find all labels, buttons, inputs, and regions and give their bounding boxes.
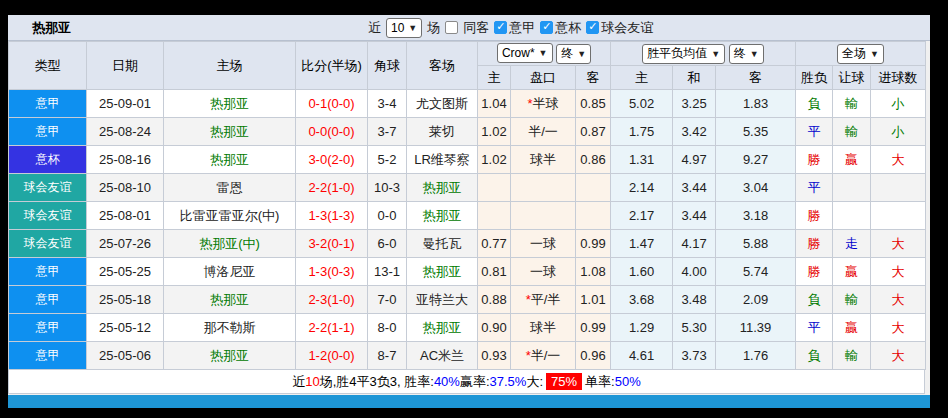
odds-draw: 4.17	[673, 230, 716, 258]
col-header-type: 类型	[9, 42, 87, 90]
league-type-badge[interactable]: 意甲	[9, 286, 87, 314]
league-type-badge[interactable]: 球会友谊	[9, 202, 87, 230]
league-type-badge[interactable]: 球会友谊	[9, 174, 87, 202]
league-type-badge[interactable]: 球会友谊	[9, 230, 87, 258]
odds-away: 3.04	[716, 174, 796, 202]
handicap-result: 輸	[833, 342, 871, 370]
away-team[interactable]: 尤文图斯	[407, 90, 478, 118]
match-score[interactable]: 3-0(2-0)	[296, 146, 368, 174]
away-team[interactable]: 热那亚	[407, 202, 478, 230]
home-team[interactable]: 比雷亚雷亚尔(中)	[164, 202, 296, 230]
col-header-eu-away: 客	[716, 66, 796, 90]
recent-count-select[interactable]: 10 ▼	[386, 18, 422, 38]
match-score[interactable]: 2-2(1-0)	[296, 174, 368, 202]
away-team[interactable]: AC米兰	[407, 342, 478, 370]
corner-score: 0-0	[368, 202, 407, 230]
col-header-eu-draw: 和	[673, 66, 716, 90]
home-team[interactable]: 那不勒斯	[164, 314, 296, 342]
goals-result: 大	[871, 230, 926, 258]
odds-home: 1.60	[611, 258, 673, 286]
league-type-badge[interactable]: 意甲	[9, 314, 87, 342]
away-team[interactable]: 热那亚	[407, 314, 478, 342]
odds-group-header: 胜平负均值▼ 终▼	[611, 42, 796, 66]
handicap-final-select[interactable]: 终▼	[556, 44, 591, 64]
handicap-result	[833, 174, 871, 202]
home-team[interactable]: 热那亚	[164, 342, 296, 370]
handicap-line: *平/半	[511, 286, 576, 314]
corner-score: 10-3	[368, 174, 407, 202]
match-date: 25-07-26	[87, 230, 164, 258]
filter-serie-a-checkbox[interactable]: ✓	[494, 21, 507, 34]
summary-segment: 75%	[546, 373, 582, 390]
away-team[interactable]: 莱切	[407, 118, 478, 146]
match-score[interactable]: 0-0(0-0)	[296, 118, 368, 146]
col-header-wdl: 胜负	[796, 66, 833, 90]
same-away-checkbox[interactable]	[445, 21, 458, 34]
matches-label: 场	[427, 19, 440, 37]
match-score[interactable]: 1-3(1-3)	[296, 202, 368, 230]
league-type-badge[interactable]: 意杯	[9, 146, 87, 174]
chevron-down-icon: ▼	[539, 48, 548, 58]
check-icon: ✓	[496, 20, 505, 33]
goals-result: 大	[871, 258, 926, 286]
match-score[interactable]: 0-1(0-0)	[296, 90, 368, 118]
table-row: 意甲25-09-01热那亚0-1(0-0)3-4尤文图斯1.04*半球0.855…	[9, 90, 926, 118]
match-date: 25-05-18	[87, 286, 164, 314]
home-team[interactable]: 热那亚	[164, 90, 296, 118]
summary-footer: 近10场,胜4平3负3, 胜率:40% 赢率:37.5% 大:75% 单率:50…	[8, 370, 925, 394]
match-score[interactable]: 2-2(1-1)	[296, 314, 368, 342]
league-type-badge[interactable]: 意甲	[9, 90, 87, 118]
filter-friendly-checkbox[interactable]: ✓	[586, 21, 599, 34]
handicap-away-odds: 0.99	[576, 230, 611, 258]
odds-away: 2.09	[716, 286, 796, 314]
bookmaker-select[interactable]: Crow*▼	[497, 43, 553, 63]
chevron-down-icon: ▼	[750, 49, 759, 59]
page: { "header": { "title": "热那亚", "near_labe…	[0, 0, 948, 418]
league-type-badge[interactable]: 意甲	[9, 342, 87, 370]
home-team[interactable]: 热那亚	[164, 146, 296, 174]
away-team[interactable]: LR维琴察	[407, 146, 478, 174]
odds-home: 1.75	[611, 118, 673, 146]
odds-final-select[interactable]: 终▼	[729, 44, 764, 64]
scope-select[interactable]: 全场▼	[837, 44, 884, 64]
handicap-line: 半/一	[511, 118, 576, 146]
match-score[interactable]: 2-3(1-0)	[296, 286, 368, 314]
away-team[interactable]: 亚特兰大	[407, 286, 478, 314]
table-row: 球会友谊25-08-10雷恩2-2(1-0)10-3热那亚2.143.443.0…	[9, 174, 926, 202]
odds-home: 5.02	[611, 90, 673, 118]
table-row: 意甲25-08-24热那亚0-0(0-0)3-7莱切1.02半/一0.871.7…	[9, 118, 926, 146]
odds-away: 11.39	[716, 314, 796, 342]
league-type-badge[interactable]: 意甲	[9, 258, 87, 286]
odds-type-select[interactable]: 胜平负均值▼	[642, 44, 725, 64]
col-header-date: 日期	[87, 42, 164, 90]
col-header-eu-home: 主	[611, 66, 673, 90]
filter-coppa-checkbox[interactable]: ✓	[540, 21, 553, 34]
away-team[interactable]: 热那亚	[407, 258, 478, 286]
match-date: 25-08-16	[87, 146, 164, 174]
match-score[interactable]: 3-2(0-1)	[296, 230, 368, 258]
match-score[interactable]: 1-3(0-3)	[296, 258, 368, 286]
league-type-badge[interactable]: 意甲	[9, 118, 87, 146]
odds-draw: 5.30	[673, 314, 716, 342]
corner-score: 8-0	[368, 314, 407, 342]
home-team[interactable]: 热那亚	[164, 118, 296, 146]
corner-score: 6-0	[368, 230, 407, 258]
home-team[interactable]: 热那亚(中)	[164, 230, 296, 258]
match-score[interactable]: 1-2(0-0)	[296, 342, 368, 370]
home-team[interactable]: 雷恩	[164, 174, 296, 202]
home-team[interactable]: 博洛尼亚	[164, 258, 296, 286]
handicap-away-odds	[576, 174, 611, 202]
result-group-header: 全场▼	[796, 42, 926, 66]
away-team[interactable]: 曼托瓦	[407, 230, 478, 258]
summary-segment: 单率:	[585, 373, 615, 391]
away-team[interactable]: 热那亚	[407, 174, 478, 202]
corner-score: 3-7	[368, 118, 407, 146]
table-row: 意甲25-05-12那不勒斯2-2(1-1)8-0热那亚0.90球半0.991.…	[9, 314, 926, 342]
home-team[interactable]: 热那亚	[164, 286, 296, 314]
handicap-home-odds: 1.04	[478, 90, 511, 118]
odds-away: 5.74	[716, 258, 796, 286]
odds-home: 1.31	[611, 146, 673, 174]
corner-score: 5-2	[368, 146, 407, 174]
handicap-line: *半/一	[511, 342, 576, 370]
handicap-line: 球半	[511, 314, 576, 342]
